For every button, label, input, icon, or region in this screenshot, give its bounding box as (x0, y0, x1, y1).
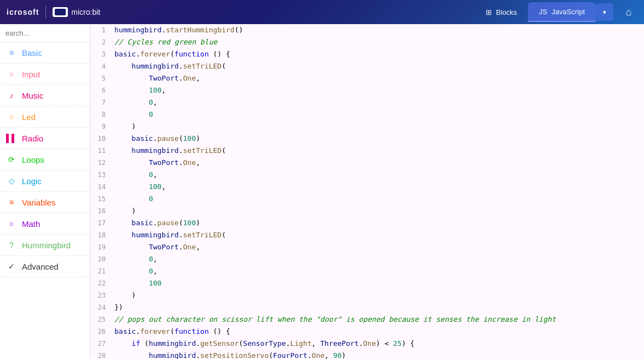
line-number: 15 (90, 193, 112, 205)
line-content: TwoPort.One, (112, 241, 644, 253)
sidebar-item-input[interactable]: ○ Input (0, 64, 90, 85)
code-line: 13 0, (90, 169, 644, 181)
sidebar-item-logic[interactable]: ◇ Logic (0, 170, 90, 192)
header-divider (45, 5, 46, 19)
variables-icon: ≡ (7, 197, 16, 207)
line-content: hummingbird.setPositionServo(FourPort.On… (112, 350, 644, 359)
code-line: 16 ) (90, 205, 644, 217)
line-number: 26 (90, 326, 112, 338)
code-line: 24}) (90, 301, 644, 314)
line-number: 11 (90, 145, 112, 157)
line-number: 5 (90, 72, 112, 84)
code-line: 17 basic.pause(100) (90, 217, 644, 229)
dropdown-button[interactable]: ▼ (596, 3, 613, 21)
code-line: 21 0, (90, 265, 644, 277)
code-line: 6 100, (90, 84, 644, 96)
music-icon: ♪ (7, 90, 16, 100)
hummingbird-label: Hummingbird (22, 241, 71, 250)
nav-tabs: ⊞ Blocks JS JavaScript ▼ (475, 2, 613, 22)
line-number: 21 (90, 265, 112, 277)
code-line: 3basic.forever(function () { (90, 48, 644, 60)
code-line: 10 basic.pause(100) (90, 133, 644, 145)
input-label: Input (22, 70, 40, 79)
basic-icon: ≡ (7, 48, 16, 58)
line-content: 100, (112, 84, 644, 96)
hummingbird-icon: ? (7, 240, 16, 250)
home-button[interactable]: ⌂ (620, 3, 637, 21)
line-content: // Cycles red green blue (112, 36, 644, 48)
line-content: basic.pause(100) (112, 217, 644, 229)
tab-js-label: JavaScript (551, 8, 585, 16)
code-line: 25// pops out character on scissor lift … (90, 314, 644, 326)
line-number: 8 (90, 109, 112, 121)
loops-icon: ⟳ (7, 155, 16, 164)
line-content: 0 (112, 193, 644, 205)
code-line: 18 hummingbird.setTriLED( (90, 229, 644, 241)
line-number: 22 (90, 277, 112, 289)
sidebar-item-math[interactable]: ○ Math (0, 213, 90, 235)
sidebar-item-advanced[interactable]: ✓ Advanced (0, 256, 90, 277)
code-line: 11 hummingbird.setTriLED( (90, 145, 644, 157)
tab-javascript[interactable]: JS JavaScript (528, 2, 596, 22)
sidebar-item-basic[interactable]: ≡ Basic (0, 42, 90, 64)
sidebar-item-led[interactable]: ○ Led (0, 106, 90, 128)
line-content: 100 (112, 277, 644, 289)
line-content: basic.pause(100) (112, 133, 644, 145)
line-number: 24 (90, 301, 112, 314)
code-line: 20 0, (90, 253, 644, 265)
sidebar-item-music[interactable]: ♪ Music (0, 85, 90, 106)
advanced-label: Advanced (22, 262, 59, 271)
mb-icon (53, 7, 68, 17)
tab-blocks[interactable]: ⊞ Blocks (475, 2, 528, 22)
line-content: if (hummingbird.getSensor(SensorType.Lig… (112, 338, 644, 350)
search-input[interactable] (5, 29, 90, 37)
line-content: ) (112, 205, 644, 217)
code-line: 14 100, (90, 181, 644, 193)
music-label: Music (22, 91, 43, 100)
led-label: Led (22, 112, 36, 122)
logic-icon: ◇ (7, 176, 16, 186)
microbit-label: micro:bit (71, 8, 100, 16)
line-number: 27 (90, 338, 112, 350)
math-icon: ○ (7, 219, 16, 229)
line-content: 0, (112, 96, 644, 109)
line-content: 0 (112, 109, 644, 121)
line-content: 0, (112, 169, 644, 181)
line-content: 0, (112, 265, 644, 277)
code-line: 2// Cycles red green blue (90, 36, 644, 48)
sidebar-item-radio[interactable]: ▌▌ Radio (0, 128, 90, 149)
sidebar-item-hummingbird[interactable]: ? Hummingbird (0, 235, 90, 256)
line-number: 20 (90, 253, 112, 265)
js-icon: JS (539, 8, 547, 16)
line-content: hummingbird.setTriLED( (112, 145, 644, 157)
line-content: hummingbird.setTriLED( (112, 229, 644, 241)
line-number: 28 (90, 350, 112, 359)
code-line: 22 100 (90, 277, 644, 289)
math-label: Math (22, 219, 40, 229)
main-content: 🔍 ≡ Basic ○ Input ♪ Music ○ Led ▌▌ Radio… (0, 24, 644, 359)
line-content: TwoPort.One, (112, 72, 644, 84)
line-content: 0, (112, 253, 644, 265)
logic-label: Logic (22, 176, 42, 186)
microsoft-logo: icrosoft (7, 8, 39, 16)
line-number: 13 (90, 169, 112, 181)
code-line: 28 hummingbird.setPositionServo(FourPort… (90, 350, 644, 359)
line-number: 3 (90, 48, 112, 60)
line-number: 14 (90, 181, 112, 193)
input-icon: ○ (7, 69, 16, 79)
line-number: 2 (90, 36, 112, 48)
code-editor[interactable]: 1hummingbird.startHummingbird()2// Cycle… (90, 24, 644, 359)
search-bar: 🔍 (0, 24, 90, 42)
sidebar-item-variables[interactable]: ≡ Variables (0, 192, 90, 213)
line-number: 9 (90, 121, 112, 133)
line-content: // pops out character on scissor lift wh… (112, 314, 644, 326)
line-content: basic.forever(function () { (112, 326, 644, 338)
loops-label: Loops (22, 155, 44, 164)
microbit-logo: micro:bit (53, 7, 100, 17)
line-number: 23 (90, 289, 112, 301)
mb-icon-inner (55, 9, 66, 15)
header: icrosoft micro:bit ⊞ Blocks JS JavaScrip… (0, 0, 644, 24)
line-number: 25 (90, 314, 112, 326)
code-line: 9 ) (90, 121, 644, 133)
sidebar-item-loops[interactable]: ⟳ Loops (0, 149, 90, 170)
